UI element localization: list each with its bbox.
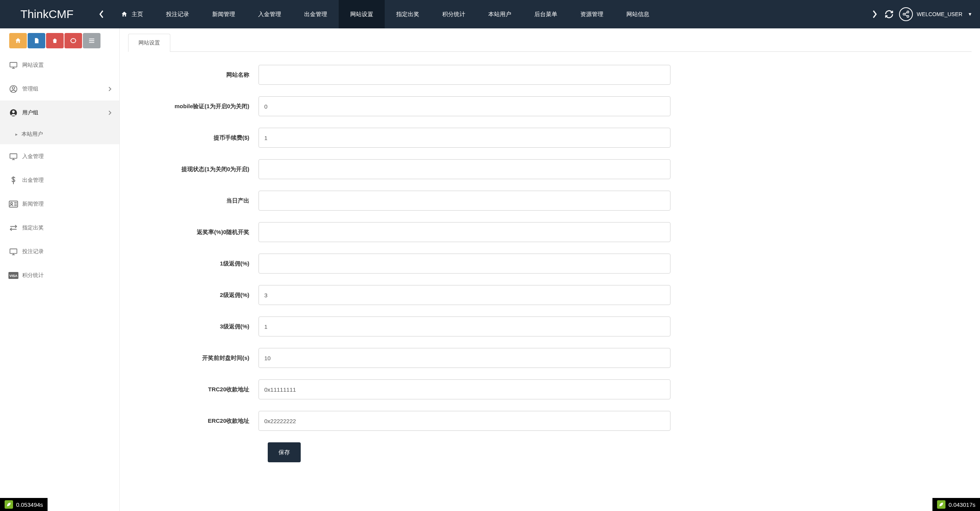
nav-item-resources[interactable]: 资源管理 — [569, 0, 615, 28]
nav-item-label: 网站信息 — [626, 11, 649, 18]
trash-icon[interactable] — [46, 33, 64, 48]
form-label-site-name: 网站名称 — [128, 71, 259, 79]
monitor-icon — [8, 248, 19, 256]
sidebar-item-label: 出金管理 — [22, 177, 112, 184]
sidebar-item-admin-group[interactable]: 管理组 — [0, 77, 119, 101]
nav-item-points[interactable]: 积分统计 — [431, 0, 477, 28]
sidebar-item-user-group[interactable]: 用户组 — [0, 101, 119, 124]
dollar-icon — [8, 176, 19, 185]
form-label-mobile-verify: mobile验证(1为开启0为关闭) — [128, 103, 259, 110]
sidebar-toolbar — [0, 28, 119, 53]
sidebar-item-label: 新闻管理 — [22, 201, 112, 208]
file-icon[interactable] — [28, 33, 45, 48]
nav-right: WELCOME_USER ▼ — [882, 0, 980, 28]
nav-item-admin-menu[interactable]: 后台菜单 — [523, 0, 569, 28]
nav-item-deposit[interactable]: 入金管理 — [247, 0, 293, 28]
form-label-commission-3: 3级返佣(%) — [128, 323, 259, 330]
svg-line-4 — [905, 15, 907, 16]
nav-item-label: 主页 — [132, 11, 143, 18]
form-row-return-rate: 返奖率(%)0随机开奖 — [128, 222, 688, 242]
recycle-icon[interactable] — [64, 33, 82, 48]
brand[interactable]: ThinkCMF — [0, 0, 94, 28]
tab-site-settings[interactable]: 网站设置 — [128, 34, 170, 52]
input-mobile-verify[interactable] — [259, 96, 670, 116]
nav-item-site-settings[interactable]: 网站设置 — [339, 0, 385, 28]
svg-rect-15 — [10, 153, 17, 158]
home-icon[interactable] — [9, 33, 27, 48]
nav-item-home[interactable]: 主页 — [109, 0, 155, 28]
sidebar-menu: 网站设置管理组用户组本站用户入金管理出金管理新闻管理指定出奖投注记录VISA积分… — [0, 53, 119, 287]
sidebar-item-bet-log[interactable]: 投注记录 — [0, 239, 119, 263]
input-withdraw-status[interactable] — [259, 159, 670, 179]
sidebar-item-deposit[interactable]: 入金管理 — [0, 144, 119, 168]
nav-item-label: 本站用户 — [488, 11, 511, 18]
user-filled-icon — [8, 109, 19, 117]
refresh-icon[interactable] — [884, 10, 894, 19]
nav-item-label: 网站设置 — [350, 11, 373, 18]
nav-item-bet-log[interactable]: 投注记录 — [155, 0, 201, 28]
sidebar-subitem-site-users[interactable]: 本站用户 — [0, 124, 119, 144]
sidebar-item-label: 指定出奖 — [22, 224, 112, 231]
nav-item-prize[interactable]: 指定出奖 — [385, 0, 431, 28]
home-nav-icon — [121, 11, 128, 18]
nav-item-label: 积分统计 — [442, 11, 465, 18]
settings-form: 网站名称mobile验证(1为开启0为关闭)提币手续费($)提现状态(1为关闭0… — [128, 52, 688, 475]
sidebar-item-news[interactable]: 新闻管理 — [0, 192, 119, 216]
nav-item-label: 出金管理 — [304, 11, 327, 18]
id-icon — [8, 201, 19, 208]
leaf-icon — [937, 500, 945, 509]
caret-down-icon: ▼ — [968, 12, 972, 17]
form-row-commission-2: 2级返佣(%) — [128, 285, 688, 305]
input-trc20[interactable] — [259, 379, 670, 399]
nav-item-label: 指定出奖 — [396, 11, 419, 18]
form-row-day-output: 当日产出 — [128, 191, 688, 211]
nav-item-site-info[interactable]: 网站信息 — [615, 0, 661, 28]
form-row-erc20: ERC20收款地址 — [128, 411, 688, 431]
form-label-return-rate: 返奖率(%)0随机开奖 — [128, 229, 259, 236]
nav-next-icon[interactable] — [867, 0, 882, 28]
nav-prev-icon[interactable] — [94, 0, 109, 28]
nav-item-withdraw[interactable]: 出金管理 — [293, 0, 339, 28]
nav-item-label: 后台菜单 — [534, 11, 557, 18]
svg-rect-8 — [10, 62, 17, 67]
nav-item-news[interactable]: 新闻管理 — [201, 0, 247, 28]
input-commission-3[interactable] — [259, 316, 670, 336]
sidebar-item-label: 入金管理 — [22, 153, 112, 160]
main: 网站设置管理组用户组本站用户入金管理出金管理新闻管理指定出奖投注记录VISA积分… — [0, 28, 980, 511]
chevron-right-icon — [108, 86, 112, 92]
sidebar-item-points[interactable]: VISA积分统计 — [0, 263, 119, 287]
input-commission-1[interactable] — [259, 254, 670, 274]
user-circle-icon — [8, 85, 19, 93]
top-nav: ThinkCMF 主页投注记录新闻管理入金管理出金管理网站设置指定出奖积分统计本… — [0, 0, 980, 28]
debug-time-left: 0.053494s — [16, 501, 43, 508]
monitor-icon — [8, 61, 19, 69]
form-label-erc20: ERC20收款地址 — [128, 417, 259, 425]
form-label-trc20: TRC20收款地址 — [128, 386, 259, 393]
nav-item-label: 资源管理 — [580, 11, 603, 18]
input-day-output[interactable] — [259, 191, 670, 211]
input-withdraw-fee[interactable] — [259, 128, 670, 148]
tab-bar: 网站设置 — [128, 34, 972, 52]
input-commission-2[interactable] — [259, 285, 670, 305]
input-close-time[interactable] — [259, 348, 670, 368]
form-row-trc20: TRC20收款地址 — [128, 379, 688, 399]
nav-item-users[interactable]: 本站用户 — [477, 0, 523, 28]
nav-item-label: 投注记录 — [166, 11, 189, 18]
monitor-icon — [8, 153, 19, 160]
input-erc20[interactable] — [259, 411, 670, 431]
nav-items: 主页投注记录新闻管理入金管理出金管理网站设置指定出奖积分统计本站用户后台菜单资源… — [109, 0, 867, 28]
user-menu[interactable]: WELCOME_USER ▼ — [899, 7, 972, 21]
list-icon[interactable] — [83, 33, 100, 48]
sidebar-item-site-settings[interactable]: 网站设置 — [0, 53, 119, 77]
sidebar-item-withdraw[interactable]: 出金管理 — [0, 168, 119, 192]
svg-point-2 — [907, 15, 909, 17]
form-label-withdraw-fee: 提币手续费($) — [128, 134, 259, 142]
sidebar-item-prize[interactable]: 指定出奖 — [0, 216, 119, 239]
input-return-rate[interactable] — [259, 222, 670, 242]
form-row-close-time: 开奖前封盘时间(s) — [128, 348, 688, 368]
save-button[interactable]: 保存 — [268, 442, 301, 462]
share-icon — [899, 7, 913, 21]
form-label-commission-2: 2级返佣(%) — [128, 292, 259, 299]
input-site-name[interactable] — [259, 65, 670, 85]
sidebar-subitem-label: 本站用户 — [21, 131, 43, 138]
